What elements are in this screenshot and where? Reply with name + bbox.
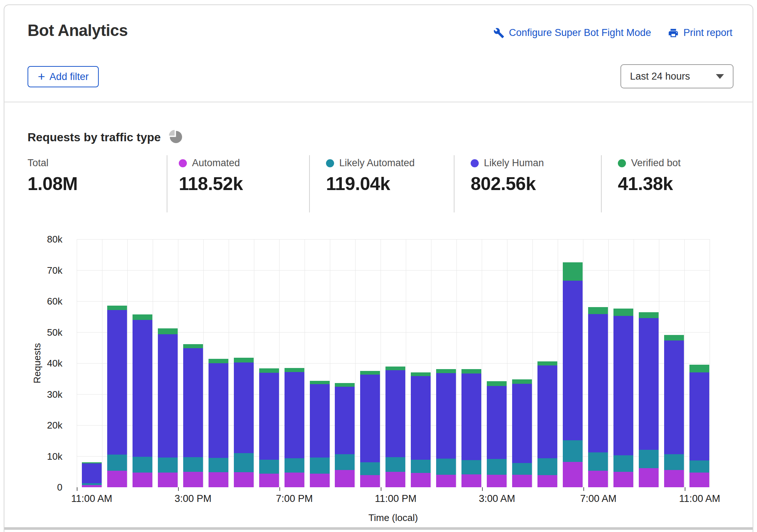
- section-title: Requests by traffic type: [28, 131, 161, 144]
- stacked-bar[interactable]: [107, 306, 127, 487]
- bar-slot: [583, 239, 608, 487]
- segment-likely-automated: [133, 457, 152, 473]
- bar-slot: [608, 239, 634, 487]
- bar-slot: [507, 239, 532, 487]
- bar-slot: [330, 239, 355, 487]
- segment-automated: [537, 475, 557, 487]
- add-filter-label: Add filter: [50, 71, 89, 83]
- segment-likely-human: [639, 318, 659, 450]
- stacked-bar[interactable]: [487, 381, 507, 487]
- bar-slot: [634, 239, 659, 487]
- x-tick-label: 3:00 AM: [479, 493, 515, 504]
- stacked-bar[interactable]: [158, 328, 178, 487]
- stacked-bar[interactable]: [613, 309, 633, 487]
- stat-likely-human: Likely Human802.56k: [471, 157, 544, 194]
- stacked-bar[interactable]: [639, 312, 659, 487]
- stat-verified-bot: Verified bot41.38k: [618, 157, 681, 194]
- print-link-label: Print report: [683, 27, 732, 39]
- y-tick-label: 10k: [33, 451, 62, 462]
- stacked-bar[interactable]: [588, 307, 608, 487]
- bar-slot: [229, 239, 254, 487]
- segment-likely-human: [487, 386, 507, 459]
- segment-likely-automated: [259, 460, 279, 474]
- configure-link-label: Configure Super Bot Fight Mode: [509, 27, 651, 39]
- bar-slot: [659, 239, 684, 487]
- stacked-bar[interactable]: [183, 344, 203, 487]
- stacked-bar[interactable]: [360, 371, 380, 487]
- pie-chart-icon: [168, 129, 183, 145]
- segment-verified-bot: [360, 371, 380, 375]
- segment-automated: [285, 473, 304, 487]
- stacked-bar[interactable]: [259, 368, 279, 487]
- stacked-bar[interactable]: [385, 367, 405, 487]
- segment-automated: [613, 472, 633, 487]
- stat-divider: [309, 155, 310, 212]
- add-filter-button[interactable]: + Add filter: [28, 66, 99, 87]
- segment-automated: [588, 471, 608, 487]
- segment-verified-bot: [613, 309, 633, 316]
- y-tick-label: 0: [33, 482, 62, 493]
- stacked-bar[interactable]: [563, 262, 583, 487]
- segment-likely-human: [385, 370, 405, 457]
- stacked-bar[interactable]: [234, 358, 254, 487]
- segment-automated: [411, 473, 431, 487]
- stat-label: Likely Human: [484, 157, 544, 169]
- segment-likely-automated: [537, 458, 557, 475]
- stacked-bar[interactable]: [335, 383, 355, 487]
- segment-likely-automated: [563, 440, 583, 462]
- stacked-bar[interactable]: [82, 462, 102, 487]
- bar-slot: [355, 239, 380, 487]
- stacked-bar[interactable]: [689, 365, 709, 487]
- segment-automated: [209, 472, 228, 487]
- segment-verified-bot: [310, 381, 330, 384]
- stacked-bar[interactable]: [310, 381, 330, 487]
- legend-dot: [471, 159, 479, 167]
- segment-likely-automated: [512, 463, 532, 475]
- segment-likely-automated: [335, 454, 355, 470]
- header-links: Configure Super Bot Fight Mode Print rep…: [493, 27, 732, 39]
- stacked-bar[interactable]: [411, 372, 431, 487]
- x-tick-mark: [77, 487, 77, 491]
- stacked-bar[interactable]: [285, 368, 304, 487]
- segment-likely-automated: [639, 450, 659, 468]
- stat-divider: [601, 155, 602, 212]
- segment-likely-automated: [385, 457, 405, 472]
- bar-slot: [102, 239, 127, 487]
- y-tick-label: 30k: [33, 389, 62, 400]
- stat-total: Total1.08M: [28, 157, 77, 194]
- segment-likely-automated: [234, 453, 254, 472]
- legend-dot: [179, 159, 187, 167]
- segment-automated: [183, 472, 203, 487]
- bars-container: [77, 239, 710, 487]
- segment-automated: [310, 474, 330, 487]
- segment-verified-bot: [512, 379, 532, 384]
- stacked-bar[interactable]: [537, 361, 557, 487]
- stacked-bar[interactable]: [512, 379, 532, 487]
- bar-slot: [482, 239, 507, 487]
- segment-verified-bot: [689, 365, 709, 372]
- stat-value: 802.56k: [471, 173, 544, 194]
- print-report-link[interactable]: Print report: [668, 27, 732, 39]
- segment-automated: [664, 470, 684, 487]
- segment-verified-bot: [537, 361, 557, 365]
- segment-verified-bot: [234, 358, 254, 362]
- y-tick-label: 60k: [33, 296, 62, 307]
- stacked-bar[interactable]: [461, 369, 481, 487]
- segment-likely-automated: [310, 458, 330, 474]
- bar-slot: [380, 239, 406, 487]
- time-range-select[interactable]: Last 24 hours: [620, 64, 734, 88]
- segment-automated: [234, 472, 254, 487]
- stacked-bar[interactable]: [209, 359, 228, 487]
- segment-automated: [259, 474, 279, 487]
- configure-super-bot-fight-mode-link[interactable]: Configure Super Bot Fight Mode: [493, 27, 651, 39]
- segment-automated: [512, 475, 532, 487]
- segment-likely-human: [234, 362, 254, 453]
- segment-verified-bot: [209, 359, 228, 363]
- segment-likely-human: [82, 463, 102, 483]
- segment-verified-bot: [335, 383, 355, 387]
- stacked-bar[interactable]: [664, 335, 684, 487]
- stacked-bar[interactable]: [133, 314, 152, 487]
- segment-likely-human: [133, 320, 152, 457]
- stacked-bar[interactable]: [436, 369, 456, 487]
- stat-label: Automated: [192, 157, 240, 169]
